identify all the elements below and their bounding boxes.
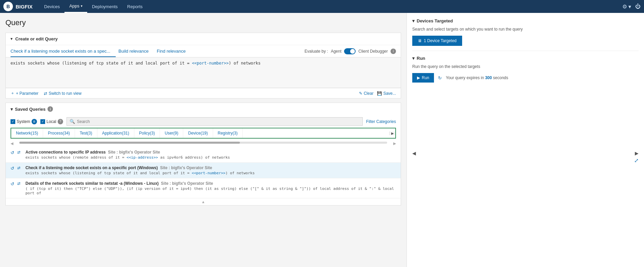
expires-text: Your query expires in 300 seconds <box>446 75 508 80</box>
local-checkbox[interactable]: ✓ Local ? <box>40 119 63 124</box>
device-targeted-button[interactable]: 🖥 1 Device Targeted <box>412 36 462 46</box>
save-button[interactable]: 💾 Save... <box>377 91 396 96</box>
devices-targeted-header[interactable]: ▾ Devices Targeted <box>412 18 639 23</box>
computer-icon: 🖥 <box>418 38 422 43</box>
add-parameter-button[interactable]: ＋ + Parameter <box>11 90 38 96</box>
evaluate-by-row: Evaluate by : Agent Client Debugger i <box>305 48 396 54</box>
nav-item-deployments[interactable]: Deployments <box>87 0 122 13</box>
pencil-icon: ✎ <box>359 91 362 96</box>
reload-icon-3: ↺ <box>11 181 16 187</box>
toolbar-right-buttons: ✎ Clear 💾 Save... <box>359 91 396 96</box>
filter-categories-button[interactable]: Filter Categories <box>366 119 396 124</box>
evaluate-label: Evaluate by : <box>305 49 328 54</box>
power-icon[interactable]: ⏻ <box>635 3 641 10</box>
query-toolbar: ＋ + Parameter ⇄ Switch to run view ✎ Cle… <box>6 88 401 98</box>
query-icons-3: ↺ ⇄ <box>11 181 23 187</box>
query-text-3: ( if (tcp of it) then ("TCP") else ("UDP… <box>25 186 396 195</box>
query-text-2: exists sockets whose (listening of tcp s… <box>25 171 396 175</box>
cat-policy[interactable]: Policy(3) <box>134 128 160 138</box>
system-checkbox[interactable]: ✓ System B <box>11 119 37 124</box>
query-content-1: Active connections to specific IP addres… <box>25 150 396 160</box>
logo-circle: B <box>3 2 13 11</box>
tab-find-relevance[interactable]: Find relevance <box>157 45 191 57</box>
nav-item-apps[interactable]: Apps ▾ <box>64 0 87 13</box>
section-divider <box>412 51 639 51</box>
create-query-title: Create or edit Query <box>15 36 58 41</box>
tab-build-relevance[interactable]: Build relevance <box>118 45 154 57</box>
run-section-header[interactable]: ▾ Run <box>412 56 639 61</box>
local-info-icon[interactable]: ? <box>58 119 63 124</box>
query-icons-2: ↺ ⇄ <box>11 165 23 171</box>
info-icon[interactable]: i <box>391 49 396 54</box>
top-navigation: B BIGFIX Devices Apps ▾ Deployments Repo… <box>0 0 644 13</box>
cat-network[interactable]: Network(15) <box>11 128 43 138</box>
search-box: 🔍 <box>67 117 363 126</box>
query-list-item[interactable]: ↺ ⇄ Check if a listening mode socket exi… <box>6 163 401 178</box>
query-title-2: Check if a listening mode socket exists … <box>25 165 396 170</box>
cat-process[interactable]: Process(34) <box>43 128 75 138</box>
create-query-card: ▾ Create or edit Query Check if a listen… <box>5 33 401 99</box>
run-section-row: ▶ Run ↻ Your query expires in 300 second… <box>412 73 639 83</box>
category-pills: Network(15) Process(34) Test(3) Applicat… <box>11 128 389 138</box>
tab-query-name[interactable]: Check if a listening mode socket exists … <box>11 45 116 57</box>
agent-toggle[interactable] <box>344 48 356 54</box>
app-logo: B BIGFIX <box>3 2 33 11</box>
system-label: System <box>17 119 30 124</box>
saved-queries-header[interactable]: ▾ Saved Queries i <box>6 103 401 115</box>
search-input[interactable] <box>77 119 360 124</box>
nav-item-reports[interactable]: Reports <box>122 0 148 13</box>
cat-test[interactable]: Test(3) <box>75 128 97 138</box>
expand-icon[interactable]: ⤢ <box>634 157 639 164</box>
apps-chevron-icon: ▾ <box>81 4 82 8</box>
run-button[interactable]: ▶ Run <box>412 73 434 83</box>
left-panel: Query ▾ Create or edit Query Check if a … <box>0 13 406 267</box>
switch-run-view-button[interactable]: ⇄ Switch to run view <box>44 91 81 96</box>
cat-registry[interactable]: Registry(3) <box>213 128 243 138</box>
results-right-arrow[interactable]: ▶ <box>635 150 639 156</box>
devices-targeted-chevron: ▾ <box>412 18 415 23</box>
run-section-desc: Run the query on the selected targets <box>412 64 639 69</box>
results-left-arrow[interactable]: ◀ <box>412 150 416 156</box>
local-check-icon: ✓ <box>40 119 45 124</box>
page-title: Query <box>5 18 401 27</box>
play-icon: ▶ <box>417 75 420 80</box>
nav-right-actions: ⚙ ▾ ⏻ <box>622 3 641 10</box>
plus-icon: ＋ <box>11 90 15 96</box>
run-section: ▾ Run Run the query on the selected targ… <box>412 56 639 83</box>
vert-scroll-indicator: ▲ <box>6 198 401 205</box>
clear-button[interactable]: ✎ Clear <box>359 91 374 96</box>
reload-icon-1: ↺ <box>11 150 16 156</box>
query-list-item[interactable]: ↺ ⇄ Active connections to specific IP ad… <box>6 147 401 163</box>
category-pills-wrapper: Network(15) Process(34) Test(3) Applicat… <box>11 128 396 139</box>
query-list-item[interactable]: ↺ ⇄ Details of the network sockets simil… <box>6 178 401 198</box>
query-tabs-row: Check if a listening mode socket exists … <box>6 45 401 57</box>
cat-scroll-right[interactable]: ▶ <box>389 131 395 135</box>
filter-icon-2: ⇄ <box>17 166 23 171</box>
refresh-icon[interactable]: ↻ <box>438 75 442 81</box>
param-port-2: <<port-number>> <box>192 171 225 175</box>
scroll-up-arrow[interactable]: ▲ <box>202 200 205 204</box>
search-icon: 🔍 <box>70 119 75 124</box>
nav-item-devices[interactable]: Devices <box>39 0 64 13</box>
create-query-header[interactable]: ▾ Create or edit Query <box>6 33 401 45</box>
expand-section: ⤢ <box>412 157 639 164</box>
filter-icon-3: ⇄ <box>17 181 23 187</box>
reload-icon-2: ↺ <box>11 166 16 171</box>
cat-application[interactable]: Application(31) <box>97 128 134 138</box>
query-text-1: exists sockets whose (remote address of … <box>25 155 396 160</box>
app-name: BIGFIX <box>16 4 33 10</box>
filter-icon-1: ⇄ <box>17 150 23 156</box>
saved-queries-chevron: ▾ <box>11 107 13 112</box>
scroll-left-arrow[interactable]: ◀ <box>11 141 13 146</box>
scroll-right-arrow[interactable]: ▶ <box>393 141 396 146</box>
local-label: Local <box>46 119 56 124</box>
query-title-3: Details of the network sockets similar t… <box>25 181 396 186</box>
query-editor[interactable]: exists sockets whose (listening of tcp s… <box>6 57 401 88</box>
cat-user[interactable]: User(9) <box>160 128 183 138</box>
saved-queries-info-icon[interactable]: i <box>48 106 53 112</box>
settings-icon[interactable]: ⚙ ▾ <box>622 3 631 10</box>
run-section-title: Run <box>417 56 425 61</box>
cat-device[interactable]: Device(19) <box>183 128 213 138</box>
nav-items: Devices Apps ▾ Deployments Reports <box>39 0 622 13</box>
param-port: <<port-number>> <box>192 61 229 66</box>
